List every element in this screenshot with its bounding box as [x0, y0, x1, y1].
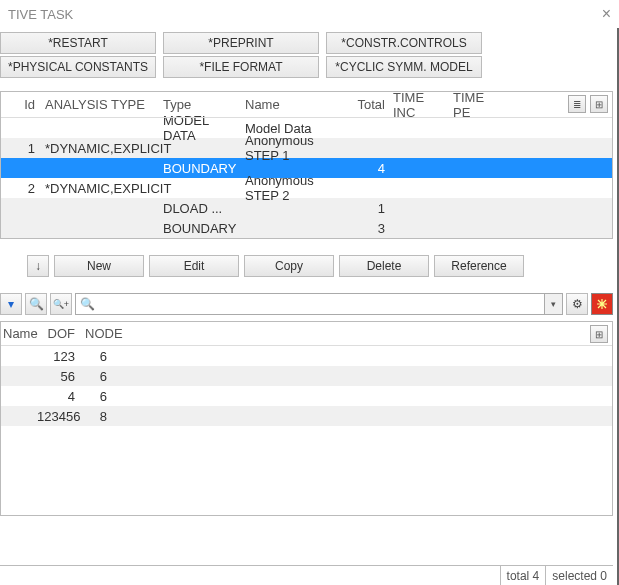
columns-view-icon[interactable]: ⊞: [590, 325, 608, 343]
col-name[interactable]: Name: [241, 97, 353, 112]
reference-button[interactable]: Reference: [434, 255, 524, 277]
search-dropdown-icon[interactable]: ▾: [545, 293, 563, 315]
highlight-icon[interactable]: [591, 293, 613, 315]
window-title: TIVE TASK: [8, 7, 73, 22]
status-total: total 4: [500, 566, 546, 585]
file-format-button[interactable]: *FILE FORMAT: [163, 56, 319, 78]
copy-button[interactable]: Copy: [244, 255, 334, 277]
status-bar: total 4 selected 0: [0, 565, 613, 585]
col-analysis-type[interactable]: ANALYSIS TYPE: [41, 97, 159, 112]
detail-table: Name DOF NODE ⊞ 1236566461234568: [0, 321, 613, 516]
col-time-inc[interactable]: TIME INC: [389, 90, 449, 120]
dropdown-icon[interactable]: ▾: [0, 293, 22, 315]
detail-table-header: Name DOF NODE ⊞: [1, 322, 612, 346]
table-row[interactable]: 566: [1, 366, 612, 386]
col-type[interactable]: Type: [159, 97, 241, 112]
close-icon[interactable]: ×: [602, 5, 611, 23]
delete-button[interactable]: Delete: [339, 255, 429, 277]
col-id[interactable]: Id: [1, 97, 41, 112]
search-input[interactable]: [75, 293, 545, 315]
preprint-button[interactable]: *PREPRINT: [163, 32, 319, 54]
action-toolbar: ↑ ↓ New Edit Copy Delete Reference: [0, 255, 617, 277]
cyclic-symm-model-button[interactable]: *CYCLIC SYMM. MODEL: [326, 56, 482, 78]
restart-button[interactable]: *RESTART: [0, 32, 156, 54]
col-name[interactable]: Name: [1, 326, 37, 341]
col-total[interactable]: Total: [353, 97, 389, 112]
new-button[interactable]: New: [54, 255, 144, 277]
zoom-plus-icon[interactable]: 🔍+: [50, 293, 72, 315]
table-row[interactable]: BOUNDARY3: [1, 218, 612, 238]
list-view-icon[interactable]: ≣: [568, 95, 586, 113]
table-row[interactable]: 46: [1, 386, 612, 406]
col-node[interactable]: NODE: [81, 326, 127, 341]
titlebar: TIVE TASK ×: [0, 0, 619, 28]
constr-controls-button[interactable]: *CONSTR.CONTROLS: [326, 32, 482, 54]
table-row[interactable]: 1236: [1, 346, 612, 366]
gear-icon[interactable]: ⚙: [566, 293, 588, 315]
col-dof[interactable]: DOF: [37, 326, 81, 341]
keyword-button-grid: *RESTART *PREPRINT *CONSTR.CONTROLS *PHY…: [0, 28, 617, 82]
physical-constants-button[interactable]: *PHYSICAL CONSTANTS: [0, 56, 156, 78]
table-row[interactable]: 2*DYNAMIC,EXPLICITAnonymous STEP 2: [1, 178, 612, 198]
zoom-icon[interactable]: 🔍: [25, 293, 47, 315]
table-row[interactable]: 1234568: [1, 406, 612, 426]
steps-table-header: Id ANALYSIS TYPE Type Name Total TIME IN…: [1, 92, 612, 118]
table-row[interactable]: 1*DYNAMIC,EXPLICITAnonymous STEP 1: [1, 138, 612, 158]
steps-table: Id ANALYSIS TYPE Type Name Total TIME IN…: [0, 91, 613, 239]
col-time-per[interactable]: TIME PE: [449, 90, 495, 120]
columns-view-icon[interactable]: ⊞: [590, 95, 608, 113]
search-toolbar: ▾ 🔍 🔍+ ▾ ⚙: [0, 293, 613, 315]
edit-button[interactable]: Edit: [149, 255, 239, 277]
status-selected: selected 0: [545, 566, 613, 585]
down-arrow-icon[interactable]: ↓: [27, 255, 49, 277]
